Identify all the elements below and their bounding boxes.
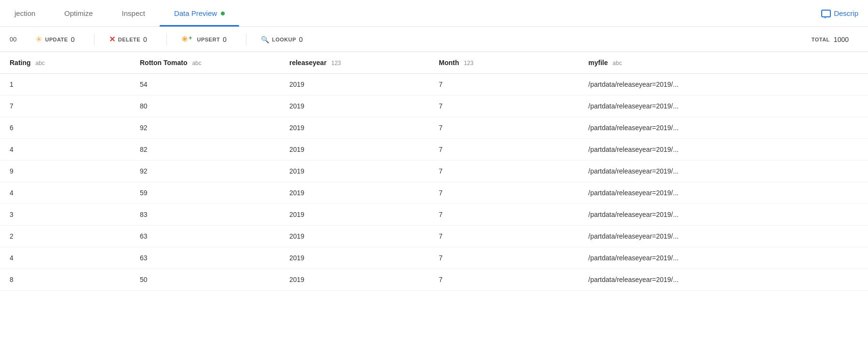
col-type-rating: abc bbox=[35, 60, 44, 67]
cell-myfile: /partdata/releaseyear=2019/... bbox=[579, 204, 868, 226]
cell-myfile: /partdata/releaseyear=2019/... bbox=[579, 95, 868, 117]
cell-myfile: /partdata/releaseyear=2019/... bbox=[579, 226, 868, 247]
col-label-myfile: myfile bbox=[588, 59, 608, 67]
cell-rating: 3 bbox=[0, 204, 130, 226]
col-label-month: Month bbox=[439, 59, 459, 67]
cell-month: 7 bbox=[429, 117, 579, 139]
tab-inspect[interactable]: Inspect bbox=[108, 0, 160, 27]
update-icon: ✳ bbox=[36, 35, 42, 44]
cell-myfile: /partdata/releaseyear=2019/... bbox=[579, 74, 868, 95]
cell-rating: 4 bbox=[0, 139, 130, 161]
cell-myfile: /partdata/releaseyear=2019/... bbox=[579, 269, 868, 291]
tab-data-preview[interactable]: Data Preview bbox=[160, 0, 239, 27]
data-table: Rating abc Rotton Tomato abc releaseyear… bbox=[0, 52, 868, 291]
stat-upsert: ✳+ UPSERT 0 bbox=[181, 35, 246, 44]
col-header-releaseyear[interactable]: releaseyear 123 bbox=[280, 52, 429, 74]
tab-data-preview-label: Data Preview bbox=[174, 9, 217, 17]
tab-optimize-label: Optimize bbox=[64, 9, 93, 17]
cell-month: 7 bbox=[429, 74, 579, 95]
description-label: Descrip bbox=[834, 9, 858, 17]
cell-myfile: /partdata/releaseyear=2019/... bbox=[579, 117, 868, 139]
upsert-plus-icon: + bbox=[189, 34, 192, 41]
col-type-releaseyear: 123 bbox=[331, 60, 341, 67]
delete-label: DELETE bbox=[118, 37, 140, 42]
upsert-value: 0 bbox=[223, 36, 227, 43]
cell-rating: 9 bbox=[0, 161, 130, 182]
stat-lookup: 🔍 LOOKUP 0 bbox=[261, 36, 322, 43]
col-header-month[interactable]: Month 123 bbox=[429, 52, 579, 74]
col-label-rotton: Rotton Tomato bbox=[140, 59, 188, 67]
stat-update: ✳ UPDATE 0 bbox=[36, 35, 94, 44]
delete-value: 0 bbox=[143, 36, 147, 43]
table-header-row: Rating abc Rotton Tomato abc releaseyear… bbox=[0, 52, 868, 74]
update-label: UPDATE bbox=[45, 37, 68, 42]
cell-releaseyear: 2019 bbox=[280, 204, 429, 226]
upsert-label: UPSERT bbox=[197, 37, 220, 42]
col-label-releaseyear: releaseyear bbox=[289, 59, 326, 67]
cell-releaseyear: 2019 bbox=[280, 161, 429, 182]
cell-month: 7 bbox=[429, 226, 579, 247]
cell-releaseyear: 2019 bbox=[280, 226, 429, 247]
col-type-month: 123 bbox=[464, 60, 474, 67]
table-row: 45920197/partdata/releaseyear=2019/... bbox=[0, 182, 868, 204]
chat-icon bbox=[821, 10, 831, 17]
data-table-wrap: Rating abc Rotton Tomato abc releaseyear… bbox=[0, 52, 868, 291]
stats-bar: 00 ✳ UPDATE 0 ✕ DELETE 0 ✳+ UPSERT 0 🔍 L… bbox=[0, 27, 868, 52]
col-type-rotton: abc bbox=[192, 60, 201, 67]
cell-rotton: 92 bbox=[130, 161, 280, 182]
cell-myfile: /partdata/releaseyear=2019/... bbox=[579, 139, 868, 161]
cell-rotton: 54 bbox=[130, 74, 280, 95]
cell-month: 7 bbox=[429, 269, 579, 291]
cell-releaseyear: 2019 bbox=[280, 247, 429, 269]
tab-ejection[interactable]: jection bbox=[0, 0, 50, 27]
col-header-myfile[interactable]: myfile abc bbox=[579, 52, 868, 74]
total-value: 1000 bbox=[834, 36, 858, 43]
tab-optimize[interactable]: Optimize bbox=[50, 0, 107, 27]
table-row: 38320197/partdata/releaseyear=2019/... bbox=[0, 204, 868, 226]
cell-rating: 2 bbox=[0, 226, 130, 247]
cell-rotton: 50 bbox=[130, 269, 280, 291]
divider-3 bbox=[246, 34, 246, 45]
cell-releaseyear: 2019 bbox=[280, 117, 429, 139]
cell-month: 7 bbox=[429, 204, 579, 226]
cell-myfile: /partdata/releaseyear=2019/... bbox=[579, 247, 868, 269]
lookup-label: LOOKUP bbox=[272, 37, 296, 42]
lookup-icon: 🔍 bbox=[261, 36, 269, 43]
divider-2 bbox=[166, 34, 167, 45]
tab-ejection-label: jection bbox=[14, 9, 35, 17]
cell-rotton: 63 bbox=[130, 226, 280, 247]
cell-month: 7 bbox=[429, 247, 579, 269]
table-row: 85020197/partdata/releaseyear=2019/... bbox=[0, 269, 868, 291]
cell-month: 7 bbox=[429, 161, 579, 182]
cell-releaseyear: 2019 bbox=[280, 269, 429, 291]
total-label: TOTAL bbox=[812, 37, 834, 42]
table-row: 46320197/partdata/releaseyear=2019/... bbox=[0, 247, 868, 269]
cell-month: 7 bbox=[429, 139, 579, 161]
cell-month: 7 bbox=[429, 182, 579, 204]
col-header-rotton[interactable]: Rotton Tomato abc bbox=[130, 52, 280, 74]
table-row: 15420197/partdata/releaseyear=2019/... bbox=[0, 74, 868, 95]
delete-icon: ✕ bbox=[109, 35, 115, 44]
cell-rating: 4 bbox=[0, 182, 130, 204]
cell-rotton: 59 bbox=[130, 182, 280, 204]
cell-rating: 7 bbox=[0, 95, 130, 117]
tab-bar: jection Optimize Inspect Data Preview De… bbox=[0, 0, 868, 27]
cell-releaseyear: 2019 bbox=[280, 182, 429, 204]
col-label-rating: Rating bbox=[10, 59, 31, 67]
cell-rotton: 92 bbox=[130, 117, 280, 139]
cell-rotton: 82 bbox=[130, 139, 280, 161]
divider-1 bbox=[94, 34, 95, 45]
cell-rating: 8 bbox=[0, 269, 130, 291]
cell-myfile: /partdata/releaseyear=2019/... bbox=[579, 161, 868, 182]
col-header-rating[interactable]: Rating abc bbox=[0, 52, 130, 74]
cell-rating: 1 bbox=[0, 74, 130, 95]
table-body: 15420197/partdata/releaseyear=2019/...78… bbox=[0, 74, 868, 291]
cell-rating: 4 bbox=[0, 247, 130, 269]
cell-releaseyear: 2019 bbox=[280, 74, 429, 95]
cell-rotton: 83 bbox=[130, 204, 280, 226]
cell-rotton: 63 bbox=[130, 247, 280, 269]
table-row: 26320197/partdata/releaseyear=2019/... bbox=[0, 226, 868, 247]
description-button[interactable]: Descrip bbox=[821, 9, 868, 17]
cell-myfile: /partdata/releaseyear=2019/... bbox=[579, 182, 868, 204]
cell-month: 7 bbox=[429, 95, 579, 117]
